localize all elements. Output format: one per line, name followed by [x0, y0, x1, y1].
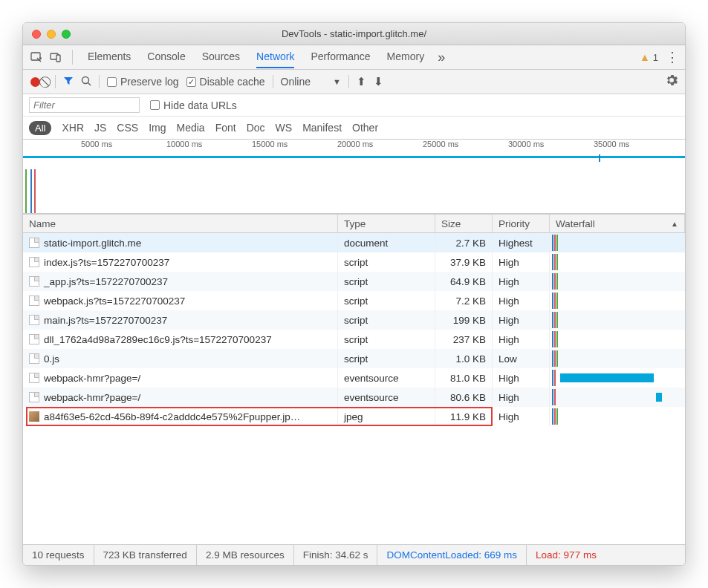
- filter-type-js[interactable]: JS: [94, 122, 106, 134]
- request-row[interactable]: index.js?ts=1572270700237 script 37.9 KB…: [23, 252, 685, 272]
- cell-size: 80.6 KB: [435, 388, 493, 407]
- timeline-tick: 30000 ms: [508, 140, 544, 148]
- cell-name: static-import.glitch.me: [23, 233, 338, 252]
- status-load: Load: 977 ms: [527, 545, 605, 565]
- filter-type-all[interactable]: All: [29, 121, 51, 135]
- filter-type-ws[interactable]: WS: [276, 122, 293, 134]
- filter-bar: Hide data URLs: [23, 94, 685, 117]
- cell-type: script: [338, 349, 435, 368]
- svg-rect-2: [56, 55, 60, 62]
- request-row[interactable]: webpack-hmr?page=/ eventsource 80.6 KB H…: [23, 388, 685, 407]
- cell-size: 2.7 KB: [435, 233, 493, 252]
- filter-input[interactable]: [29, 97, 140, 113]
- cell-waterfall: [550, 388, 685, 407]
- file-icon: [29, 411, 39, 422]
- tab-performance[interactable]: Performance: [311, 46, 370, 68]
- cell-priority: High: [493, 407, 550, 426]
- tab-network[interactable]: Network: [256, 46, 294, 68]
- request-row[interactable]: main.js?ts=1572270700237 script 199 KB H…: [23, 310, 685, 330]
- tab-console[interactable]: Console: [147, 46, 185, 68]
- request-row[interactable]: dll_1762a4d98a7289ec16c9.js?ts=157227070…: [23, 330, 685, 349]
- file-icon: [29, 373, 39, 383]
- cell-waterfall: [550, 310, 685, 330]
- cell-priority: High: [493, 330, 550, 349]
- filter-icon[interactable]: [63, 76, 74, 88]
- timeline-overview[interactable]: 5000 ms10000 ms15000 ms20000 ms25000 ms3…: [23, 140, 685, 214]
- window-controls[interactable]: [23, 30, 71, 39]
- status-finish: Finish: 34.62 s: [294, 545, 378, 565]
- filter-type-img[interactable]: Img: [149, 122, 166, 134]
- request-list: static-import.glitch.me document 2.7 KB …: [23, 233, 685, 544]
- cell-size: 7.2 KB: [435, 291, 493, 310]
- cell-type: script: [338, 291, 435, 310]
- request-row[interactable]: a84f63e5-62cd-456b-89f4-c2adddc4e575%2Fp…: [23, 407, 685, 426]
- file-icon: [29, 392, 39, 402]
- cell-priority: High: [493, 252, 550, 272]
- col-waterfall[interactable]: Waterfall▲: [550, 215, 685, 232]
- request-row[interactable]: webpack.js?ts=1572270700237 script 7.2 K…: [23, 291, 685, 310]
- col-type[interactable]: Type: [338, 215, 435, 232]
- device-toggle-icon[interactable]: [48, 50, 63, 65]
- filter-type-manifest[interactable]: Manifest: [302, 122, 342, 134]
- col-priority[interactable]: Priority: [493, 215, 550, 232]
- cell-waterfall: [550, 291, 685, 310]
- tab-memory[interactable]: Memory: [387, 46, 425, 68]
- download-icon[interactable]: ⬇: [374, 75, 383, 88]
- warning-icon: ▲: [640, 51, 650, 63]
- disable-cache-checkbox[interactable]: Disable cache: [186, 76, 265, 88]
- status-bar: 10 requests 723 KB transferred 2.9 MB re…: [23, 544, 685, 565]
- filter-type-css[interactable]: CSS: [117, 122, 138, 134]
- tab-elements[interactable]: Elements: [88, 46, 131, 68]
- status-transferred: 723 KB transferred: [94, 545, 197, 565]
- cell-waterfall: [550, 330, 685, 349]
- cell-waterfall: [550, 368, 685, 388]
- more-tabs-icon[interactable]: »: [438, 50, 445, 65]
- col-size[interactable]: Size: [435, 215, 493, 232]
- maximize-window-icon[interactable]: [62, 30, 71, 39]
- filter-type-xhr[interactable]: XHR: [62, 122, 84, 134]
- cell-name: a84f63e5-62cd-456b-89f4-c2adddc4e575%2Fp…: [23, 407, 338, 426]
- filter-type-media[interactable]: Media: [177, 122, 205, 134]
- cell-priority: Highest: [493, 233, 550, 252]
- minimize-window-icon[interactable]: [47, 30, 56, 39]
- type-filter-bar: AllXHRJSCSSImgMediaFontDocWSManifestOthe…: [23, 117, 685, 140]
- menu-icon[interactable]: ⋮: [666, 49, 679, 65]
- cell-name: main.js?ts=1572270700237: [23, 310, 338, 330]
- inspect-icon[interactable]: [29, 50, 44, 65]
- cell-waterfall: [550, 407, 685, 426]
- request-row[interactable]: 0.js script 1.0 KB Low: [23, 349, 685, 368]
- filter-type-font[interactable]: Font: [215, 122, 236, 134]
- cell-type: script: [338, 330, 435, 349]
- cell-size: 11.9 KB: [435, 407, 493, 426]
- cell-waterfall: [550, 272, 685, 291]
- table-header: Name Type Size Priority Waterfall▲: [23, 214, 685, 233]
- preserve-log-checkbox[interactable]: Preserve log: [107, 76, 179, 88]
- request-row[interactable]: _app.js?ts=1572270700237 script 64.9 KB …: [23, 272, 685, 291]
- tab-sources[interactable]: Sources: [202, 46, 240, 68]
- upload-icon[interactable]: ⬆: [357, 75, 366, 88]
- record-icon[interactable]: [30, 77, 40, 87]
- cell-size: 64.9 KB: [435, 272, 493, 291]
- cell-name: index.js?ts=1572270700237: [23, 252, 338, 272]
- cell-type: jpeg: [338, 407, 435, 426]
- status-requests: 10 requests: [32, 545, 94, 565]
- filter-type-doc[interactable]: Doc: [247, 122, 265, 134]
- col-name[interactable]: Name: [23, 215, 338, 232]
- cell-priority: High: [493, 291, 550, 310]
- throttling-dropdown[interactable]: Online▼: [281, 76, 341, 88]
- timeline-tick: 20000 ms: [337, 140, 373, 148]
- warning-count: 1: [653, 52, 658, 63]
- hide-data-urls-checkbox[interactable]: Hide data URLs: [150, 99, 237, 111]
- cell-name: webpack.js?ts=1572270700237: [23, 291, 338, 310]
- warning-badge[interactable]: ▲ 1: [640, 51, 658, 63]
- gear-icon[interactable]: [666, 74, 678, 89]
- request-row[interactable]: static-import.glitch.me document 2.7 KB …: [23, 233, 685, 252]
- request-row[interactable]: webpack-hmr?page=/ eventsource 81.0 KB H…: [23, 368, 685, 388]
- status-resources: 2.9 MB resources: [197, 545, 294, 565]
- network-toolbar: ⃠ Preserve log Disable cache Online▼ ⬆ ⬇: [23, 70, 685, 94]
- search-icon[interactable]: [81, 76, 91, 88]
- cell-name: dll_1762a4d98a7289ec16c9.js?ts=157227070…: [23, 330, 338, 349]
- filter-type-other[interactable]: Other: [352, 122, 378, 134]
- cell-type: document: [338, 233, 435, 252]
- close-window-icon[interactable]: [32, 30, 41, 39]
